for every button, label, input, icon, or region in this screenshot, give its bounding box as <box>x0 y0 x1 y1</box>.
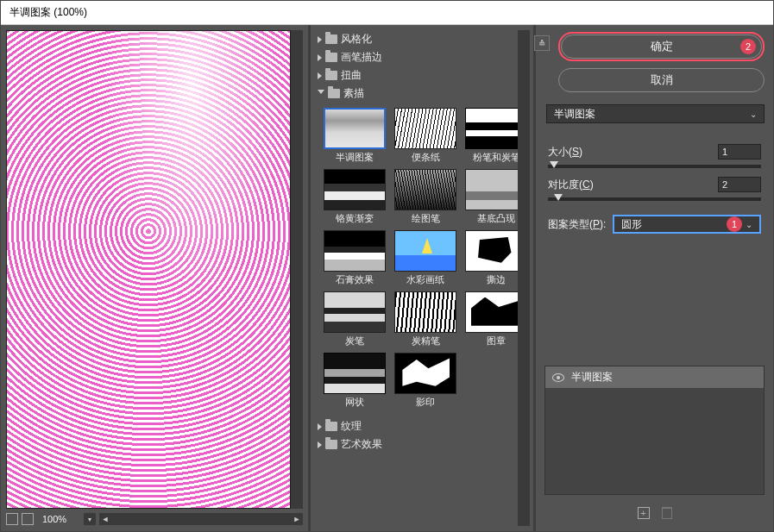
category-texture[interactable]: 纹理 <box>314 417 518 435</box>
ok-button-highlight: 确定 2 <box>558 32 765 61</box>
filter-thumb-stamp[interactable]: 图章 <box>464 291 518 347</box>
filter-thumb-label: 炭笔 <box>345 335 364 347</box>
new-effect-layer-icon[interactable] <box>638 507 650 519</box>
preview-scrollbar-horizontal[interactable]: ◄ ► <box>99 513 303 525</box>
filter-thumb-label: 便条纸 <box>412 151 440 164</box>
scroll-right-icon[interactable]: ► <box>291 513 303 525</box>
filter-thumb-chrome[interactable]: 铬黄渐变 <box>323 169 387 225</box>
filter-thumb-bas[interactable]: 基底凸现 <box>464 169 518 225</box>
filter-thumb-label: 炭精笔 <box>412 335 440 347</box>
fit-view-toggle[interactable] <box>6 513 18 525</box>
actual-pixels-toggle[interactable] <box>22 513 34 525</box>
effect-layer-label: 半调图案 <box>571 370 613 385</box>
folder-icon <box>325 440 337 449</box>
filter-thumb-image <box>394 169 456 210</box>
filter-thumb-graphic[interactable]: 绘图笔 <box>393 169 457 225</box>
double-chevron-up-icon: ≙ <box>538 39 545 48</box>
filter-thumb-label: 网状 <box>345 396 364 409</box>
filter-select[interactable]: 半调图案 ⌄ <box>546 104 765 123</box>
filter-thumb-water[interactable]: 水彩画纸 <box>393 230 457 286</box>
folder-icon <box>325 422 337 431</box>
filter-thumb-image <box>465 230 518 272</box>
filter-scrollbar-vertical[interactable] <box>518 30 530 526</box>
chevron-down-icon: ⌄ <box>746 220 752 229</box>
filter-panel: 风格化 画笔描边 扭曲 素描 半调图案便条纸粉笔和炭笔铬黄渐变绘图笔基底凸现石膏… <box>311 25 533 531</box>
filter-thumb-photocopy[interactable]: 影印 <box>393 353 457 409</box>
settings-panel: ≙ 确定 2 取消 半调图案 ⌄ 大小(S) <box>536 25 773 531</box>
triangle-right-icon <box>318 72 322 79</box>
filter-thumb-image <box>394 353 456 394</box>
step-badge-2: 2 <box>740 39 756 54</box>
zoom-percentage[interactable]: 100% <box>37 514 80 524</box>
folder-icon <box>325 53 337 62</box>
contrast-input[interactable] <box>718 177 761 192</box>
effect-layers-empty <box>545 388 764 494</box>
filter-thumb-image <box>394 230 456 272</box>
filter-thumb-label: 半调图案 <box>336 151 374 164</box>
category-label: 画笔描边 <box>341 50 382 65</box>
filter-thumb-notepaper[interactable]: 便条纸 <box>393 108 457 164</box>
triangle-right-icon <box>318 441 322 448</box>
category-sketch[interactable]: 素描 <box>314 84 518 103</box>
preview-image[interactable] <box>6 30 291 509</box>
filter-thumb-torn[interactable]: 撕边 <box>464 230 518 286</box>
chevron-down-icon: ▾ <box>88 516 91 523</box>
cancel-button[interactable]: 取消 <box>558 68 765 92</box>
filter-thumb-image <box>324 169 386 210</box>
pattern-type-value: 圆形 <box>621 217 642 232</box>
step-badge-1: 1 <box>727 216 742 232</box>
category-artistic[interactable]: 艺术效果 <box>314 435 518 454</box>
visibility-eye-icon[interactable] <box>552 373 564 382</box>
collapse-settings-button[interactable]: ≙ <box>534 35 550 51</box>
category-label: 扭曲 <box>341 68 362 83</box>
category-stylize[interactable]: 风格化 <box>314 30 518 48</box>
filter-thumb-plaster[interactable]: 石膏效果 <box>323 230 387 286</box>
triangle-right-icon <box>318 54 322 61</box>
pattern-type-label: 图案类型(P): <box>548 217 606 232</box>
triangle-right-icon <box>318 423 322 430</box>
effect-layers-box: 半调图案 <box>544 366 765 495</box>
filter-thumb-label: 图章 <box>487 335 506 347</box>
filter-thumb-label: 绘图笔 <box>412 212 440 225</box>
pattern-type-select[interactable]: 圆形 1 ⌄ <box>613 215 761 234</box>
filter-thumb-halftone[interactable]: 半调图案 <box>323 108 387 164</box>
size-label: 大小(S) <box>548 145 582 160</box>
effect-layer-row[interactable]: 半调图案 <box>545 366 764 388</box>
filter-thumb-image <box>465 169 518 210</box>
ok-button[interactable]: 确定 2 <box>561 34 762 59</box>
filter-thumb-image <box>394 291 456 333</box>
category-label: 艺术效果 <box>341 437 382 452</box>
filter-thumb-image <box>324 353 386 394</box>
filter-thumb-label: 石膏效果 <box>336 273 374 286</box>
zoom-dropdown[interactable]: ▾ <box>84 513 96 525</box>
effect-layers-footer <box>544 502 765 524</box>
filter-thumb-image <box>394 108 456 149</box>
category-distort[interactable]: 扭曲 <box>314 66 518 84</box>
filter-thumb-chalk[interactable]: 粉笔和炭笔 <box>464 108 518 164</box>
contrast-slider[interactable] <box>548 197 761 201</box>
preview-panel: 100% ▾ ◄ ► <box>1 25 308 531</box>
slider-knob[interactable] <box>550 161 558 168</box>
preview-scrollbar-vertical[interactable] <box>291 30 303 509</box>
filter-thumb-label: 影印 <box>416 396 435 409</box>
size-input[interactable] <box>718 144 761 160</box>
filter-thumb-image <box>324 291 386 333</box>
filter-thumb-image <box>324 108 386 149</box>
window-titlebar: 半调图案 (100%) <box>1 1 773 25</box>
filter-thumb-conte[interactable]: 炭精笔 <box>393 291 457 347</box>
category-label: 风格化 <box>341 32 372 47</box>
folder-icon <box>325 34 337 44</box>
folder-icon <box>328 89 340 98</box>
filter-thumb-image <box>324 230 386 272</box>
contrast-label: 对比度(C) <box>548 178 594 192</box>
filter-thumb-retic[interactable]: 网状 <box>323 353 387 409</box>
delete-effect-layer-icon[interactable] <box>662 507 672 519</box>
slider-knob[interactable] <box>554 194 563 201</box>
chevron-down-icon: ⌄ <box>750 110 757 119</box>
size-slider[interactable] <box>548 165 761 168</box>
folder-icon <box>325 71 337 80</box>
window-title: 半调图案 (100%) <box>9 5 87 20</box>
category-brush-strokes[interactable]: 画笔描边 <box>314 48 518 66</box>
filter-thumb-charcoal[interactable]: 炭笔 <box>323 291 387 347</box>
scroll-left-icon[interactable]: ◄ <box>99 513 111 525</box>
